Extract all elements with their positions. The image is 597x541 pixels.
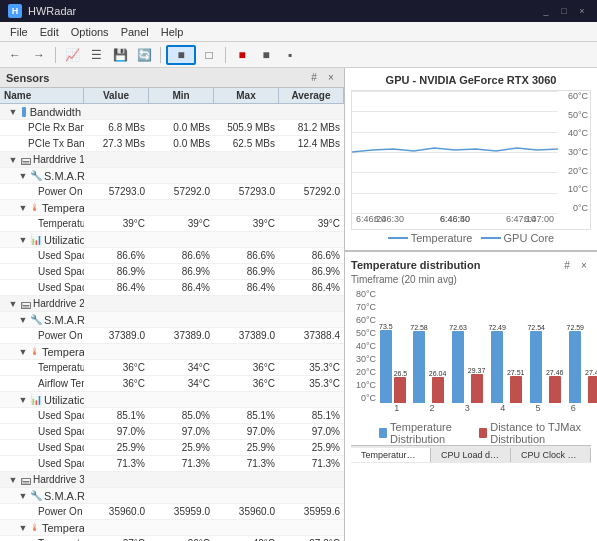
toolbar-back[interactable]: ←: [4, 45, 26, 65]
temp-hdd1-icon: 🌡: [30, 202, 40, 213]
row-bandwidth[interactable]: ▼ Bandwidth: [0, 104, 344, 120]
minimize-button[interactable]: _: [539, 4, 553, 18]
y-label-20: 20°C: [568, 166, 588, 176]
legend-gpu-label: Temperature: [411, 232, 473, 244]
row-temp-hdd2[interactable]: ▼ 🌡 Temperature: [0, 344, 344, 360]
util-hdd1-expand[interactable]: ▼: [18, 235, 28, 245]
sensors-pin-button[interactable]: #: [307, 71, 321, 85]
x-sub-3: 6:47:10: [506, 214, 536, 228]
hdd2-expand[interactable]: ▼: [8, 299, 18, 309]
bar-legend-blue: Temperature Distribution: [379, 421, 471, 445]
row-pcie-tx[interactable]: PCIe Tx Bandwidth 27.3 MBs 0.0 MBs 62.5 …: [0, 136, 344, 152]
row-temp-hdd1[interactable]: ▼ 🌡 Temperature: [0, 200, 344, 216]
toolbar-view-active[interactable]: ■: [166, 45, 196, 65]
toolbar-view2[interactable]: □: [198, 45, 220, 65]
util-hdd2-expand[interactable]: ▼: [18, 395, 28, 405]
tab-cpu-clock[interactable]: CPU Clock distr...: [511, 448, 591, 462]
toolbar-forward[interactable]: →: [28, 45, 50, 65]
sensors-tree-table[interactable]: Name Value Min Max Average ▼ Bandwidth: [0, 88, 344, 541]
bar-4-blue: [491, 331, 503, 403]
bar-group-5: 72.54 27.46: [527, 289, 563, 403]
smart2-icon: 🔧: [30, 314, 42, 325]
temp-hdd2-expand[interactable]: ▼: [18, 347, 28, 357]
temp-hdd1-expand[interactable]: ▼: [18, 203, 28, 213]
bandwidth-expand[interactable]: ▼: [8, 107, 18, 117]
temp-hdd3-expand[interactable]: ▼: [18, 523, 28, 533]
row-used-k[interactable]: Used Space (K:\) NTFS 25.9% 25.9% 25.9% …: [0, 440, 344, 456]
sensors-panel-controls: # ×: [307, 71, 338, 85]
tab-cpu-load[interactable]: CPU Load distr...: [431, 448, 511, 462]
menu-options[interactable]: Options: [65, 24, 115, 40]
row-used-d[interactable]: Used Space (D:\) NTFS 97.0% 97.0% 97.0% …: [0, 424, 344, 440]
close-button[interactable]: ×: [575, 4, 589, 18]
row-used-g[interactable]: Used Space (G:\) NTFS 86.4% 86.4% 86.4% …: [0, 280, 344, 296]
row-used-i[interactable]: Used Space (I:\) NTFS 71.3% 71.3% 71.3% …: [0, 456, 344, 472]
row-pcie-rx[interactable]: PCIe Rx Bandwidth 6.8 MBs 0.0 MBs 505.9 …: [0, 120, 344, 136]
menu-panel[interactable]: Panel: [115, 24, 155, 40]
menu-help[interactable]: Help: [155, 24, 190, 40]
bar-2-red-label: 26.04: [429, 370, 447, 377]
bar-legend-blue-label: Temperature Distribution: [390, 421, 471, 445]
menu-file[interactable]: File: [4, 24, 34, 40]
bar-3-blue-wrap: 72.63: [449, 324, 467, 403]
dist-header: Temperature distribution # ×: [351, 258, 591, 272]
toolbar-btn2[interactable]: ☰: [85, 45, 107, 65]
row-poh3[interactable]: Power On Hours 35960.0 35959.0 35960.0 3…: [0, 504, 344, 520]
temp-hdd3-icon: 🌡: [30, 522, 40, 533]
bar-3-red-label: 29.37: [468, 367, 486, 374]
bar-legend-blue-color: [379, 428, 387, 438]
hdd1-expand[interactable]: ▼: [8, 155, 18, 165]
toolbar-btn4[interactable]: 🔄: [133, 45, 155, 65]
row-poh1[interactable]: Power On Hours 57293.0 57292.0 57293.0 5…: [0, 184, 344, 200]
smart3-expand[interactable]: ▼: [18, 491, 28, 501]
hdd3-expand[interactable]: ▼: [8, 475, 18, 485]
toolbar: ← → 📈 ☰ 💾 🔄 ■ □ ■ ■ ▪: [0, 42, 597, 68]
tab-temp[interactable]: Temperature ...: [351, 448, 431, 462]
row-temp3[interactable]: Temperature 27°C 26°C 42°C 27.3°C: [0, 536, 344, 541]
menu-edit[interactable]: Edit: [34, 24, 65, 40]
bar-legend-red-color: [479, 428, 487, 438]
row-temp1[interactable]: Temperature 39°C 39°C 39°C 39°C: [0, 216, 344, 232]
legend-gpu-core-label: GPU Core: [504, 232, 555, 244]
bar-5-blue: [530, 331, 542, 403]
row-smart3[interactable]: ▼ 🔧 S.M.A.R.T Other: [0, 488, 344, 504]
bar-y-30: 30°C: [356, 354, 376, 364]
bar-5-blue-label: 72.54: [527, 324, 545, 331]
bar-group-2: 72.58 26.04: [410, 289, 446, 403]
smart1-expand[interactable]: ▼: [18, 171, 28, 181]
row-hdd1[interactable]: ▼ 🖴 Harddrive 1 - Hitachi HDT72503...: [0, 152, 344, 168]
bar-y-20: 20°C: [356, 367, 376, 377]
bar-legend-red-label: Distance to TJMax Distribution: [490, 421, 591, 445]
toolbar-chart3[interactable]: ▪: [279, 45, 301, 65]
bars-2: 72.58 26.04: [410, 289, 446, 403]
row-smart2[interactable]: ▼ 🔧 S.M.A.R.T Other: [0, 312, 344, 328]
row-used-total1[interactable]: Used Space Total 86.6% 86.6% 86.6% 86.6%: [0, 248, 344, 264]
row-util-hdd1[interactable]: ▼ 📊 Utilization: [0, 232, 344, 248]
y-label-0: 0°C: [573, 203, 588, 213]
toolbar-btn1[interactable]: 📈: [61, 45, 83, 65]
row-smart1[interactable]: ▼ 🔧 S.M.A.R.T Other: [0, 168, 344, 184]
row-hdd2[interactable]: ▼ 🖴 Harddrive 2 - ST1000DM010-2EP...: [0, 296, 344, 312]
smart3-icon: 🔧: [30, 490, 42, 501]
dist-title: Temperature distribution: [351, 259, 480, 271]
row-temp2[interactable]: Temperature 36°C 34°C 36°C 35.3°C: [0, 360, 344, 376]
sensors-close-button[interactable]: ×: [324, 71, 338, 85]
row-used-f[interactable]: Used Space (F:\) NTFS 86.9% 86.9% 86.9% …: [0, 264, 344, 280]
toolbar-chart1[interactable]: ■: [231, 45, 253, 65]
dist-close-button[interactable]: ×: [577, 258, 591, 272]
row-poh2[interactable]: Power On Hours 37389.0 37389.0 37389.0 3…: [0, 328, 344, 344]
dist-pin-button[interactable]: #: [560, 258, 574, 272]
row-temp-hdd3[interactable]: ▼ 🌡 Temperature: [0, 520, 344, 536]
app-icon: H: [8, 4, 22, 18]
toolbar-btn3[interactable]: 💾: [109, 45, 131, 65]
row-airflow[interactable]: Airflow Temperature 36°C 34°C 36°C 35.3°…: [0, 376, 344, 392]
row-used-total2[interactable]: Used Space Total 85.1% 85.0% 85.1% 85.1%: [0, 408, 344, 424]
maximize-button[interactable]: □: [557, 4, 571, 18]
row-hdd3[interactable]: ▼ 🖴 Harddrive 3 - SK hynix SC311 S...: [0, 472, 344, 488]
toolbar-chart2[interactable]: ■: [255, 45, 277, 65]
bar-2-red: [432, 377, 444, 403]
smart2-expand[interactable]: ▼: [18, 315, 28, 325]
bars-6: 72.59 27.41: [567, 289, 598, 403]
menu-bar: File Edit Options Panel Help: [0, 22, 597, 42]
row-util-hdd2[interactable]: ▼ 📊 Utilization: [0, 392, 344, 408]
